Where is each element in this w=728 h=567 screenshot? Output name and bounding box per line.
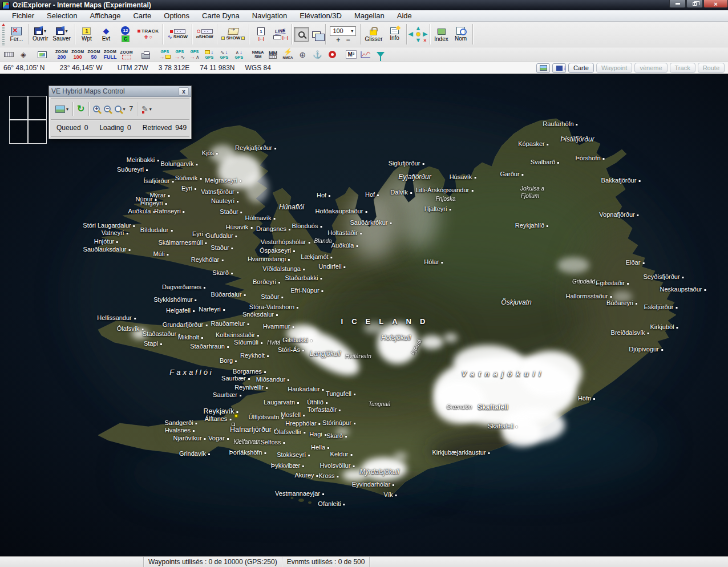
compass-button[interactable]: ⊕ [295,48,310,62]
drag-lock-button[interactable]: Glisser [362,22,385,46]
zoom-preset-button[interactable]: ZOOM50 [86,48,102,62]
show-names-button[interactable]: SHOW [219,22,247,46]
toolbar-main: × Fer... ▾ Ouvrir ▾ Sauver 1 Wpt ◆ Evt 1… [0,22,728,47]
close-button[interactable]: × [703,0,728,8]
get-route-gps-button[interactable]: ∧↓ GPS [232,48,246,62]
map-label: Kleifarvatn [233,439,260,445]
ve-window-titlebar[interactable]: VE Hybrid Maps Control x [49,86,191,97]
zoom-preset-button[interactable]: ZOOM [119,48,135,62]
pan-left-icon[interactable]: ◀ [409,31,413,37]
map-label: Vatnsfjörður [201,188,238,195]
menu-item[interactable]: Aide [391,10,418,21]
close-map-icon: × [11,27,22,35]
zoom-preset-button[interactable]: ZOOM100 [70,48,86,62]
get-waypoints-gps-button[interactable]: ↓ GPS [202,48,217,62]
nmea-gps-button[interactable]: ⚡ NMEA [280,48,295,62]
pointer-tools-icon: ◈ [21,50,26,59]
toolbar-grip[interactable] [0,22,7,46]
menu-item[interactable]: Fichier [6,10,41,21]
ve-refresh-button[interactable]: ↻ [77,104,84,114]
map-label: Reykjahlíð [515,222,548,229]
menu-item[interactable]: Carte Dyna [196,10,246,21]
map-label: Skaftafell [478,403,508,411]
map-label: Kirkjuból [650,323,678,330]
menu-item[interactable]: Carte [127,10,157,21]
zoom-tool-button[interactable] [294,27,309,42]
send-waypoints-gps-button[interactable]: GPS → [157,48,172,62]
ve-settings-button[interactable]: ✎▾ [141,104,152,114]
ve-map-type-button[interactable]: ▾ [55,106,68,113]
pan-right-icon[interactable]: ▶ [423,31,427,37]
wp-numbers-button[interactable]: 12 C [116,22,135,46]
map-label: Suðureyri [117,166,148,173]
send-track-gps-button[interactable]: GPS →∿ [172,48,187,62]
nmea-simulator-button[interactable]: NMEA SIM [250,48,266,62]
zoom-preset-button[interactable]: ZOOMFULL [102,48,119,62]
page-map-button[interactable] [35,48,50,62]
compass-icon: ⊕ [300,51,306,59]
print-button[interactable] [139,48,153,62]
zoom-level-select[interactable]: 100▾ [330,26,356,36]
send-route-gps-button[interactable]: GPS →∧ [187,48,202,62]
map-label: Saurbær [213,391,241,398]
open-button[interactable]: ▾ Ouvrir [30,22,50,46]
show-waypoints-button[interactable]: ∿SHOW [165,22,189,46]
index-button[interactable]: I Index [432,22,451,46]
waypoint-button[interactable]: 1 Wpt [77,22,96,46]
minimize-button[interactable] [669,0,686,8]
get-track-gps-button[interactable]: ∿↓ GPS [217,48,232,62]
map-label: Ólafsvellir [274,428,305,435]
menu-item[interactable]: Magellan [348,10,391,21]
pan-down-icon[interactable]: ▼ [415,37,422,43]
ve-zoom-out-button[interactable]: − [104,106,111,112]
map-measure-button[interactable] [1,48,16,62]
ve-hybrid-maps-control-window[interactable]: VE Hybrid Maps Control x ▾ ↻ + − ▾ 7 ✎▾ … [48,86,192,139]
ve-close-button[interactable]: x [179,87,189,96]
menu-item[interactable]: Selection [41,10,83,21]
name-search-button[interactable]: Nom [451,22,471,46]
map-canvas[interactable]: KjósReykjafjörðurMeiribakkiBolungarvíkSu… [0,74,728,556]
form-icon [390,27,399,34]
menu-item[interactable]: Elévation/3D [293,10,348,21]
map-label: Kirkjubæjarklaustur [432,449,490,456]
find-carte-button[interactable]: Carte [568,63,594,73]
anchor-alarm-button[interactable]: ⚓ [310,48,325,62]
pan-up-icon[interactable]: ▲ [415,25,422,31]
mm-scale-button[interactable]: MM [265,48,280,62]
map-windows-button[interactable] [309,27,323,42]
mob-button[interactable] [325,48,339,62]
event-button[interactable]: ◆ Evt [96,22,116,46]
show-events-button[interactable]: oSHOW [194,22,216,46]
zoom-preset-button[interactable]: ZOOM200 [54,48,70,62]
info-button[interactable]: Info [385,22,405,46]
index-map-icon: I [437,27,446,35]
map-label: Öskjuvatn [501,298,531,306]
ve-zoom-in-button[interactable]: + [93,106,100,112]
map-label: Þykkvibær [271,462,304,469]
restore-button[interactable] [686,0,703,8]
line-scale-button[interactable]: LINE |↔| [270,22,290,46]
menu-item[interactable]: Navigation [246,10,293,21]
pan-control[interactable]: ▲ ◀ ▶ ▼ × [409,25,428,43]
pointer-config-button[interactable]: ◈ [16,48,31,62]
menu-item[interactable]: Affichage [84,10,127,21]
screenshot-button[interactable] [536,63,550,73]
profile-chart-button[interactable] [358,48,373,62]
save-position-button[interactable] [552,63,566,73]
filter-button[interactable] [373,48,388,62]
save-button[interactable]: ▾ Sauver [50,22,73,46]
close-map-button[interactable]: × Fer... [7,22,26,46]
track-control-button[interactable]: TRACK +○ [135,22,161,46]
zoom-select-icon [115,106,122,112]
map-label: Hrepphólar [285,420,320,427]
zoom-in-button[interactable]: + [336,37,340,43]
track-glyph-icon: ∿ [181,54,185,60]
page-scale-button[interactable]: 1 |↔| [251,22,270,46]
ve-zoom-select-button[interactable]: ▾ [115,106,125,112]
menu-item[interactable]: Options [157,10,196,21]
pan-center-icon[interactable] [416,32,420,37]
map-label: Hólar [424,258,443,265]
area-measure-button[interactable]: M² [343,48,358,62]
zoom-out-button[interactable]: − [346,37,350,43]
map-label: Holtastaðir [327,229,362,236]
